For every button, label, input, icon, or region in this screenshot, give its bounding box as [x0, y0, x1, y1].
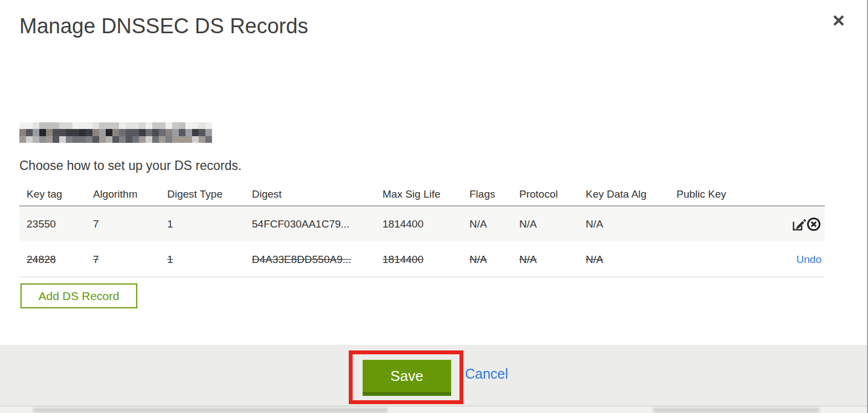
column-header-max-sig-life: Max Sig Life — [383, 188, 469, 200]
table-row: 23550 7 1 54FCF030AA1C79... 1814400 N/A … — [19, 205, 825, 242]
cancel-link[interactable]: Cancel — [465, 366, 508, 382]
cell-protocol: N/A — [519, 218, 537, 230]
cell-max-sig-life: 1814400 — [383, 218, 423, 230]
dnssec-ds-records-modal: Manage DNSSEC DS Records Choose how to s… — [0, 0, 868, 413]
table-row-deleted: 24828 7 1 D4A33E8DD550A9... 1814400 N/A … — [19, 242, 825, 277]
cell-algorithm: 7 — [93, 254, 99, 265]
add-ds-record-button[interactable]: Add DS Record — [20, 283, 137, 308]
edit-icon[interactable] — [790, 216, 806, 232]
table-header-row: Key tag Algorithm Digest Type Digest Max… — [19, 183, 825, 205]
delete-icon[interactable] — [806, 216, 822, 232]
cell-flags: N/A — [469, 254, 487, 265]
page-behind-modal — [0, 406, 867, 413]
column-header-algorithm: Algorithm — [93, 188, 167, 200]
modal-footer: Save Cancel — [0, 345, 867, 406]
column-header-digest: Digest — [252, 188, 383, 200]
column-header-public-key: Public Key — [676, 188, 748, 200]
close-icon[interactable] — [829, 11, 848, 30]
cell-algorithm: 7 — [93, 218, 99, 230]
cell-key-data-alg: N/A — [586, 254, 603, 265]
ds-records-table: Key tag Algorithm Digest Type Digest Max… — [19, 183, 825, 277]
cell-key-data-alg: N/A — [586, 218, 603, 230]
column-header-key-data-alg: Key Data Alg — [586, 188, 676, 200]
cell-protocol: N/A — [519, 254, 537, 265]
instruction-text: Choose how to set up your DS records. — [19, 158, 241, 173]
save-button[interactable]: Save — [363, 360, 451, 396]
cell-digest-type: 1 — [167, 254, 173, 265]
cell-flags: N/A — [469, 218, 487, 230]
cell-digest: 54FCF030AA1C79... — [252, 218, 349, 230]
background-content-blur — [653, 408, 819, 412]
cell-key-tag: 24828 — [27, 254, 56, 265]
cell-max-sig-life: 1814400 — [383, 254, 423, 265]
background-content-blur — [33, 408, 388, 412]
cell-digest: D4A33E8DD550A9... — [252, 254, 352, 265]
page-title: Manage DNSSEC DS Records — [19, 14, 308, 38]
cell-key-tag: 23550 — [27, 218, 56, 230]
column-header-key-tag: Key tag — [27, 188, 93, 200]
redacted-domain-name — [19, 122, 212, 143]
cell-digest-type: 1 — [167, 218, 173, 230]
column-header-protocol: Protocol — [519, 188, 586, 200]
undo-link[interactable]: Undo — [797, 254, 822, 266]
column-header-digest-type: Digest Type — [167, 188, 252, 200]
column-header-flags: Flags — [469, 188, 519, 200]
